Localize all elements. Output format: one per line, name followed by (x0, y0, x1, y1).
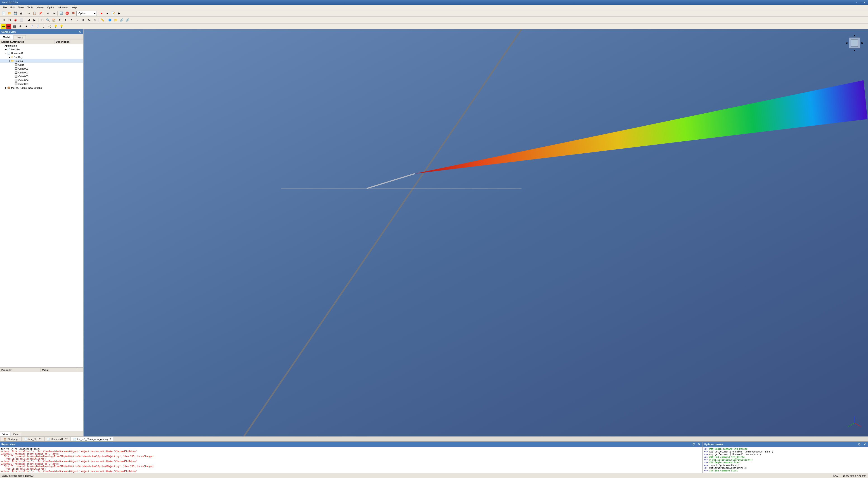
tree-item-test-file[interactable]: ▶ 📄 test_file (0, 47, 83, 51)
open-button[interactable]: 📂 (7, 11, 12, 16)
print-button[interactable]: 🖨 (19, 11, 24, 16)
report-line-4: File "C:\Users\Milos\AppData\Roaming\Fre… (1, 455, 702, 458)
tree-item-cube005[interactable]: ▶ 🔲 Cube005 (0, 82, 83, 86)
workbench-select[interactable]: Optics (76, 11, 97, 16)
nav-back-button[interactable]: ◀ (26, 18, 31, 23)
draw-style-button[interactable]: ◉ (13, 18, 18, 23)
link-button[interactable]: 🔗 (119, 18, 124, 23)
view-tab-data[interactable]: Data (11, 432, 21, 437)
tree-item-sunray[interactable]: ▶ ☀ SunRay (0, 55, 83, 59)
tree-item-cube[interactable]: ▶ 🔲 Cube (0, 63, 83, 67)
tree-item-cube003[interactable]: ▶ 🔲 Cube003 (0, 74, 83, 78)
arrow-sunray[interactable]: ▶ (8, 56, 11, 58)
view-iso-button[interactable]: ◇ (92, 18, 98, 23)
viewport[interactable]: ▲ ▼ ◀ ▶ X Y (84, 29, 868, 437)
close-button[interactable]: ✕ (863, 1, 866, 4)
menu-file[interactable]: File (1, 6, 8, 9)
tb3-btn8[interactable]: / (41, 24, 46, 29)
minimize-button[interactable]: ─ (855, 1, 858, 4)
tree-item-unnamed1[interactable]: ▼ 📄 Unnamed1 (0, 51, 83, 55)
view-right-button[interactable]: R (69, 18, 74, 23)
run-macro-button[interactable]: ▶ (117, 11, 122, 16)
tree-item-cube001[interactable]: ▶ 🔲 Cube001 (0, 67, 83, 70)
menu-macro[interactable]: Macro (35, 6, 45, 9)
view-home-button[interactable]: 🏠 (51, 18, 57, 23)
bottom-tab-unnamed1[interactable]: 📄 Unnamed1 : 1* (44, 437, 70, 441)
zoom-all-button[interactable]: ⊞ (1, 18, 6, 23)
refresh-button[interactable]: 🔄 (59, 11, 64, 16)
arrow-unnamed1[interactable]: ▼ (4, 52, 7, 55)
link2-button[interactable]: 🔗 (125, 18, 130, 23)
save-button[interactable]: 💾 (13, 11, 18, 16)
combo-tab-model[interactable]: Model (0, 35, 13, 39)
group-button[interactable]: 📁 (113, 18, 119, 23)
label-cube: Cube (18, 64, 24, 66)
tb3-btn1[interactable]: ▬ (1, 24, 6, 29)
bottom-tab-start[interactable]: 🏠 Start page (1, 437, 22, 441)
python-close-btn[interactable]: ✕ (863, 443, 867, 446)
view-left-button[interactable]: L (74, 18, 80, 23)
view-front-button[interactable]: F (57, 18, 62, 23)
record-button[interactable]: ● (99, 11, 104, 16)
nav-down-arrow[interactable]: ▼ (853, 49, 856, 52)
report-float-btn[interactable]: ⬡ (692, 443, 696, 446)
redo-button[interactable]: ↪ (51, 11, 57, 16)
tree-item-grating[interactable]: ▼ 📁 Grating (0, 59, 83, 63)
view-zoom-button[interactable]: 🔍 (45, 18, 51, 23)
menu-windows[interactable]: Windows (56, 6, 70, 9)
edit-macro-button[interactable]: 📝 (111, 11, 116, 16)
std-view-button[interactable]: ⬡ (39, 18, 45, 23)
python-float-btn[interactable]: ⬡ (857, 443, 861, 446)
tb3-btn10[interactable]: 💡 (53, 24, 58, 29)
zoom-sel-button[interactable]: ⊡ (7, 18, 12, 23)
arrow-grating[interactable]: ▼ (8, 60, 11, 62)
combo-tab-tasks[interactable]: Tasks (13, 35, 26, 39)
tb3-btn4[interactable]: ✳ (18, 24, 23, 29)
report-content[interactable]: for vp in fp.ClaimedChildren: <class 'At… (0, 447, 703, 473)
view-bottom-button[interactable]: Bo (86, 18, 92, 23)
arrow-test-file[interactable]: ▶ (4, 48, 7, 50)
tb3-btn9[interactable]: ◁ (47, 24, 53, 29)
undo-button[interactable]: ↩ (45, 11, 51, 16)
nav-cube-face[interactable] (849, 37, 860, 48)
menu-view[interactable]: View (17, 6, 26, 9)
view-tab-view[interactable]: View (0, 432, 10, 437)
tree-item-te3[interactable]: ▶ 📦 the_te3_50mu_new_grating (0, 86, 83, 90)
bottom-tab-test-file[interactable]: 📄 test_file : 1* (22, 437, 44, 441)
stop-button[interactable]: ⛔ (64, 11, 70, 16)
nav-cube[interactable]: ▲ ▼ ◀ ▶ (845, 34, 864, 52)
tree-item-cube004[interactable]: ▶ 🔲 Cube004 (0, 78, 83, 82)
tb3-btn11[interactable]: 💡 (59, 24, 64, 29)
menu-help[interactable]: Help (70, 6, 79, 9)
menu-optics[interactable]: Optics (45, 6, 56, 9)
stop-macro-button[interactable]: ■ (105, 11, 110, 16)
tree-section[interactable]: Application ▶ 📄 test_file ▼ 📄 Unnamed1 (0, 44, 83, 368)
tb3-btn7[interactable]: / (35, 24, 41, 29)
combo-view-close[interactable]: ✕ (78, 30, 82, 33)
nav-right-arrow[interactable]: ▶ (862, 41, 864, 44)
view-back-button[interactable]: B (81, 18, 86, 23)
python-content[interactable]: >>> ### Begin command Std_Delete >>> App… (703, 447, 868, 473)
new-button[interactable]: 📄 (1, 11, 6, 16)
tb3-btn2[interactable]: ▬ (6, 24, 11, 29)
menu-tools[interactable]: Tools (25, 6, 35, 9)
tree-item-cube002[interactable]: ▶ 🔲 Cube002 (0, 70, 83, 74)
maximize-button[interactable]: □ (859, 1, 862, 4)
menu-edit[interactable]: Edit (8, 6, 17, 9)
tb3-btn3[interactable]: ▦ (12, 24, 17, 29)
bounding-box-button[interactable]: ⬜ (19, 18, 24, 23)
arrow-te3[interactable]: ▶ (4, 87, 7, 89)
part-button[interactable]: 🔷 (107, 18, 113, 23)
nav-left-arrow[interactable]: ◀ (845, 41, 847, 44)
tb3-btn5[interactable]: ✦ (24, 24, 29, 29)
paste-button[interactable]: 📌 (38, 11, 43, 16)
meas-button[interactable]: 📏 (100, 18, 105, 23)
cut-button[interactable]: ✂ (26, 11, 31, 16)
tb3-btn6[interactable]: / (29, 24, 35, 29)
report-close-btn[interactable]: ✕ (697, 443, 701, 446)
copy-button[interactable]: 📋 (32, 11, 37, 16)
nav-up-arrow[interactable]: ▲ (853, 34, 856, 37)
view-top-button[interactable]: T (63, 18, 68, 23)
nav-fwd-button[interactable]: ▶ (32, 18, 37, 23)
bottom-tab-te3[interactable]: 📄 the_te3_50mu_new_grating : 1 (70, 437, 114, 441)
